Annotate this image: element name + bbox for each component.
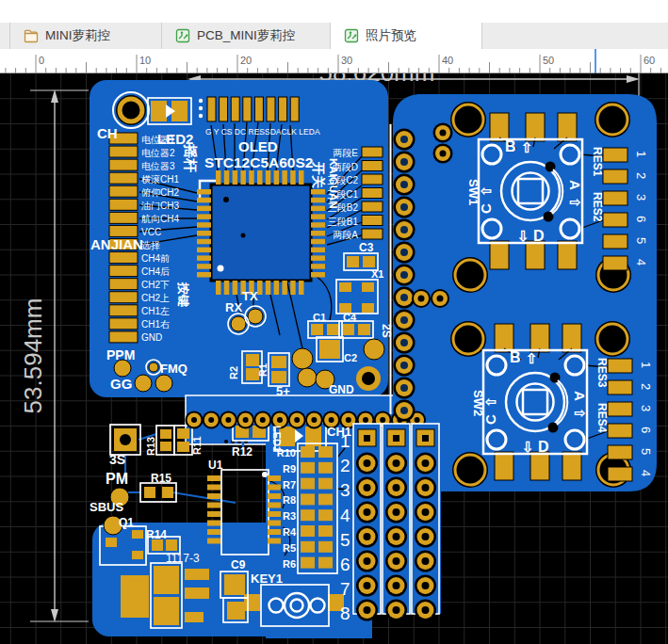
arrow-down-icon: ⇩ — [522, 439, 534, 455]
pad — [254, 97, 263, 121]
resistor-label: R4 — [283, 526, 297, 538]
pad — [144, 487, 155, 498]
mcu-pin — [311, 198, 325, 203]
mcu-pin — [290, 281, 296, 295]
silk-label: R12 — [232, 445, 253, 459]
pad — [154, 597, 179, 625]
arrow-right-icon: ⇧ — [572, 408, 587, 419]
pin-number: 5 — [340, 530, 350, 550]
resistor-label: R8 — [283, 494, 296, 506]
switch-label: SW2 — [471, 390, 485, 416]
pad — [490, 113, 509, 141]
pin-number: 6 — [340, 555, 350, 574]
pad — [495, 324, 513, 352]
pad — [160, 442, 171, 451]
tab-pcb[interactable]: PCB_MINI萝莉控 — [162, 23, 331, 49]
pad — [301, 557, 315, 569]
pad — [301, 478, 315, 490]
silk-dot — [199, 114, 203, 118]
mcu-pin — [249, 170, 254, 185]
pad — [319, 340, 340, 359]
mcu-pin — [233, 170, 238, 185]
mcu-pin — [197, 214, 211, 219]
left-row-label: CH1右 — [141, 319, 170, 330]
pad — [185, 588, 209, 599]
folder-icon — [24, 28, 39, 43]
pad — [562, 452, 581, 480]
pad — [268, 529, 281, 535]
res-label: RES3 — [595, 358, 609, 388]
pad — [268, 521, 281, 526]
silk-label: GND — [329, 383, 354, 396]
hole — [422, 435, 429, 442]
switch-pin-number: 2 — [634, 172, 648, 179]
mcu-pin — [274, 281, 280, 295]
pin-number: 4 — [340, 506, 350, 525]
hole — [422, 582, 430, 589]
tab-photo-preview[interactable]: 照片预览 — [331, 23, 482, 49]
hole — [393, 533, 400, 540]
hole — [363, 417, 368, 423]
pad — [608, 359, 632, 373]
arrow-down-icon: ⇩ — [517, 228, 530, 244]
switch-pin-number: 3 — [634, 194, 648, 201]
right-row-label: 两段A — [333, 230, 358, 240]
pad — [267, 97, 275, 121]
mount-hole — [450, 321, 486, 357]
ruler-label: 0 — [39, 55, 44, 66]
switch-pin-number: 1 — [639, 362, 653, 368]
hole — [364, 533, 371, 540]
pad — [177, 442, 189, 452]
hole — [393, 606, 400, 614]
mcu-pin — [266, 281, 271, 295]
pad — [271, 356, 286, 368]
hole — [393, 582, 400, 589]
pad — [109, 172, 138, 184]
hole — [393, 557, 400, 565]
hole — [400, 316, 408, 324]
silk-label: Q1 — [119, 516, 134, 529]
mcu-pin — [282, 170, 287, 185]
mcu-pin — [216, 170, 221, 185]
pad — [362, 174, 383, 185]
switch-pin-number: 6 — [634, 216, 648, 222]
silk-label: 5+ — [276, 384, 290, 398]
hole — [400, 294, 408, 301]
pad — [318, 493, 333, 505]
res-label: RES2 — [591, 192, 604, 222]
mcu-pin — [197, 248, 211, 253]
pad — [362, 216, 383, 226]
pad — [244, 594, 260, 611]
left-row-label: CH4后 — [141, 266, 170, 277]
hole — [400, 362, 408, 369]
pad — [362, 147, 383, 157]
silk-label: G Y CS DC RESSDACLK LEDA — [205, 127, 320, 137]
silk-label: C1 — [313, 312, 326, 323]
pad — [132, 551, 143, 559]
left-row-label: CH1左 — [141, 306, 170, 316]
mcu-pin — [257, 170, 263, 185]
via — [224, 440, 228, 443]
hole — [422, 484, 430, 491]
silk-label: ANJIAN — [90, 236, 143, 252]
hole — [440, 130, 447, 137]
pad — [562, 324, 581, 352]
pad — [318, 557, 333, 569]
dir-up: B — [505, 138, 516, 154]
pad — [109, 266, 138, 277]
pin-number: 3 — [340, 480, 350, 500]
left-row-label: CH4前 — [141, 253, 170, 264]
pad — [231, 316, 246, 331]
mount-hole — [450, 102, 486, 137]
tab-schematic[interactable]: MINI萝莉控 — [10, 23, 162, 49]
hole — [422, 557, 430, 565]
hole — [400, 226, 408, 233]
vdim-text: 53.594mm — [19, 298, 47, 414]
mcu-pin — [216, 281, 221, 295]
pcb-canvas[interactable]: 58.620mm 53.594mm 电位器1电位器2电位器3横滚CH1俯仰CH2… — [0, 73, 668, 644]
pad — [530, 452, 549, 480]
switch-pin-number: 1 — [634, 151, 648, 157]
mcu-pin — [266, 170, 271, 185]
hole — [329, 417, 334, 423]
silk-label: PM — [106, 471, 128, 487]
